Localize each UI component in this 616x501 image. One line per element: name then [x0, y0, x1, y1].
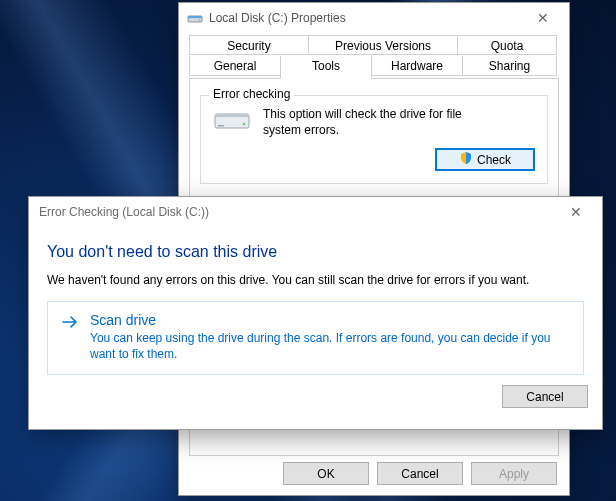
properties-button-row: OK Cancel Apply [283, 462, 557, 485]
tab-previous-versions[interactable]: Previous Versions [308, 35, 458, 55]
dialog-subtext: We haven't found any errors on this driv… [47, 273, 584, 287]
error-checking-legend: Error checking [209, 87, 294, 101]
ok-button[interactable]: OK [283, 462, 369, 485]
drive-icon [187, 9, 203, 28]
tabs: Security Previous Versions Quota General… [189, 35, 559, 79]
scan-drive-title: Scan drive [90, 312, 571, 328]
arrow-right-icon [60, 312, 80, 332]
tab-security[interactable]: Security [189, 35, 309, 55]
error-checking-group: Error checking This option will check th… [200, 95, 548, 184]
tab-hardware[interactable]: Hardware [371, 56, 463, 76]
error-checking-title: Error Checking (Local Disk (C:)) [37, 205, 556, 219]
error-checking-dialog: Error Checking (Local Disk (C:)) ✕ You d… [28, 196, 603, 430]
scan-drive-command[interactable]: Scan drive You can keep using the drive … [47, 301, 584, 375]
close-icon[interactable]: ✕ [523, 4, 563, 32]
close-icon[interactable]: ✕ [556, 198, 596, 226]
dialog-heading: You don't need to scan this drive [47, 243, 584, 261]
shield-icon [459, 151, 473, 168]
apply-button: Apply [471, 462, 557, 485]
error-checking-desc: This option will check the drive for fil… [263, 106, 493, 138]
dialog-cancel-button[interactable]: Cancel [502, 385, 588, 408]
tab-sharing[interactable]: Sharing [462, 56, 557, 76]
tab-general[interactable]: General [189, 56, 281, 76]
svg-rect-4 [215, 114, 249, 117]
svg-rect-5 [218, 125, 224, 127]
error-checking-titlebar[interactable]: Error Checking (Local Disk (C:)) ✕ [29, 197, 602, 227]
svg-rect-1 [188, 16, 202, 18]
tab-quota[interactable]: Quota [457, 35, 557, 55]
svg-point-6 [243, 123, 246, 126]
properties-title: Local Disk (C:) Properties [203, 11, 523, 25]
tab-tools[interactable]: Tools [280, 56, 372, 79]
properties-titlebar[interactable]: Local Disk (C:) Properties ✕ [179, 3, 569, 33]
cancel-button[interactable]: Cancel [377, 462, 463, 485]
svg-point-2 [199, 19, 201, 21]
scan-drive-desc: You can keep using the drive during the … [90, 330, 571, 362]
drive-large-icon [213, 106, 253, 136]
check-button[interactable]: Check [435, 148, 535, 171]
